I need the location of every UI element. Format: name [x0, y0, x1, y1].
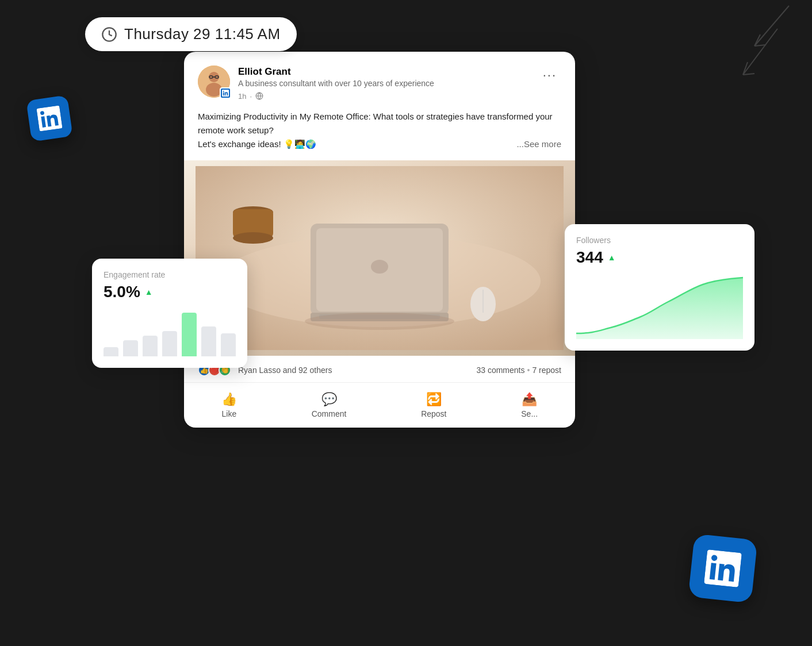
- stat-separator: •: [527, 366, 530, 375]
- engagement-card: Engagement rate 5.0% ▲: [92, 259, 247, 368]
- followers-area-chart: [576, 276, 743, 345]
- post-text: Maximizing Productivity in My Remote Off…: [198, 111, 553, 149]
- post-meta: 1h ·: [238, 92, 530, 101]
- svg-line-0: [754, 6, 789, 46]
- linkedin-small-icon: [222, 90, 229, 97]
- bar-7: [221, 333, 236, 356]
- linkedin-mini-badge: [220, 87, 231, 99]
- time-pill: Thursday 29 11:45 AM: [85, 17, 297, 51]
- send-icon: 📤: [522, 392, 537, 407]
- like-label: Like: [222, 409, 237, 418]
- repost-label: Repost: [421, 409, 446, 418]
- bar-4: [162, 331, 177, 356]
- followers-trend-icon: ▲: [608, 253, 616, 262]
- repost-icon: 🔁: [426, 392, 442, 407]
- post-author-name[interactable]: Elliot Grant: [238, 66, 530, 78]
- engagement-label: Engagement rate: [104, 270, 236, 279]
- svg-line-5: [743, 74, 754, 75]
- time-display: Thursday 29 11:45 AM: [124, 25, 281, 43]
- followers-card: Followers 344 ▲: [565, 224, 754, 351]
- svg-point-22: [371, 260, 388, 274]
- followers-number: 344: [576, 248, 603, 267]
- comment-label: Comment: [312, 409, 347, 418]
- bar-3: [143, 336, 158, 356]
- engagement-number: 5.0%: [104, 283, 140, 301]
- post-actions: 👍 Like 💬 Comment 🔁 Repost 📤 Se...: [184, 383, 575, 428]
- engagement-bar-chart: [104, 310, 236, 356]
- engagement-value: 5.0% ▲: [104, 283, 236, 301]
- like-button[interactable]: 👍 Like: [210, 386, 248, 424]
- clock-icon: [101, 26, 117, 43]
- followers-svg-chart: [576, 276, 743, 339]
- post-header: Elliot Grant A business consultant with …: [184, 52, 575, 110]
- reposts-count: 7 repost: [532, 366, 561, 375]
- comments-count: 33 comments: [476, 366, 524, 375]
- deco-arrows: [685, 0, 812, 115]
- globe-icon: [255, 92, 263, 100]
- post-card: Elliot Grant A business consultant with …: [184, 52, 575, 428]
- svg-line-4: [743, 62, 748, 75]
- post-time: 1h: [238, 92, 246, 101]
- bar-1: [104, 347, 118, 356]
- bar-2: [123, 340, 138, 356]
- svg-point-19: [233, 232, 273, 244]
- bar-5-active: [182, 313, 197, 356]
- linkedin-badge-bottom-right: [688, 534, 758, 603]
- engagement-trend-icon: ▲: [145, 287, 153, 297]
- comment-button[interactable]: 💬 Comment: [300, 386, 358, 424]
- post-user-info: Elliot Grant A business consultant with …: [238, 66, 530, 101]
- post-more-button[interactable]: ···: [538, 66, 561, 85]
- laptop-illustration: [196, 166, 564, 350]
- reaction-names: Ryan Lasso and 92 others: [238, 366, 332, 375]
- linkedin-icon-top-left: [36, 105, 62, 131]
- dot: ·: [250, 92, 252, 101]
- like-icon: 👍: [221, 392, 237, 407]
- send-label: Se...: [521, 409, 538, 418]
- bar-6: [201, 326, 216, 356]
- linkedin-badge-top-left: [26, 95, 72, 141]
- send-button[interactable]: 📤 Se...: [510, 386, 549, 424]
- repost-button[interactable]: 🔁 Repost: [409, 386, 458, 424]
- see-more-button[interactable]: ...See more: [516, 137, 561, 151]
- avatar-wrap: [198, 66, 230, 98]
- svg-point-27: [305, 313, 454, 330]
- followers-label: Followers: [576, 236, 743, 245]
- linkedin-icon-bottom-right: [704, 549, 742, 587]
- followers-value: 344 ▲: [576, 248, 743, 267]
- post-content: Maximizing Productivity in My Remote Off…: [184, 110, 575, 160]
- comment-icon: 💬: [321, 392, 337, 407]
- reaction-stats: 33 comments • 7 repost: [476, 366, 561, 375]
- post-author-bio: A business consultant with over 10 years…: [238, 78, 530, 90]
